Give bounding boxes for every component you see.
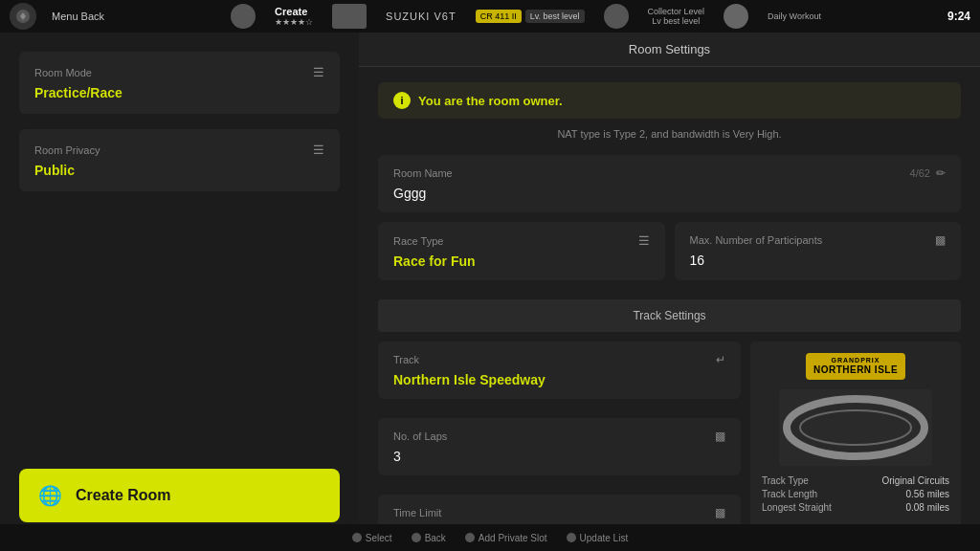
char-count-value: 4/62	[910, 167, 930, 179]
longest-straight-value: 0.08 miles	[905, 502, 949, 513]
back-dot-icon	[412, 533, 421, 542]
bottom-update-list-btn[interactable]: Update List	[567, 533, 629, 543]
max-participants-card[interactable]: Max. Number of Participants ▩ 16	[675, 222, 962, 280]
edit-icon[interactable]: ✏	[936, 166, 946, 180]
main-layout: Room Mode ☰ Practice/Race Room Privacy ☰…	[0, 33, 980, 551]
race-settings-grid: Race Type ☰ Race for Fun Max. Number of …	[378, 222, 961, 290]
update-dot-icon	[567, 533, 576, 542]
app-logo	[10, 3, 36, 30]
track-value: Northern Isle Speedway	[393, 372, 725, 387]
race-settings-section: Race Type ☰ Race for Fun Max. Number of …	[359, 222, 980, 290]
left-panel: Room Mode ☰ Practice/Race Room Privacy ☰…	[0, 33, 359, 551]
collector-avatar	[604, 4, 629, 29]
track-logo: GRANDPRIX NORTHERN ISLE	[806, 353, 905, 380]
laps-header: No. of Laps ▩	[393, 430, 725, 443]
room-privacy-menu-icon[interactable]: ☰	[313, 143, 324, 157]
nat-notice: NAT type is Type 2, and bandwidth is Ver…	[378, 128, 961, 140]
user-avatar	[231, 4, 256, 29]
bar-chart-icon[interactable]: ▩	[935, 233, 946, 247]
bottom-select-btn[interactable]: Select	[352, 533, 392, 543]
track-section: Track ↵ Northern Isle Speedway No. of La…	[359, 342, 980, 551]
owner-notice: i You are the room owner.	[378, 82, 961, 119]
time-limit-header: Time Limit ▩	[393, 506, 725, 519]
race-type-header: Race Type ☰	[393, 233, 650, 248]
bottom-bar: Select Back Add Private Slot Update List	[0, 524, 980, 551]
track-length-value: 0.56 miles	[905, 489, 949, 499]
track-logo-top: GRANDPRIX	[813, 357, 898, 364]
panel-title: Room Settings	[629, 42, 710, 56]
cr-badge: CR 411 II	[476, 10, 522, 23]
car-avatar	[332, 4, 367, 29]
clock: 9:24	[947, 10, 970, 23]
track-type-label: Track Type	[762, 475, 809, 486]
race-type-value: Race for Fun	[393, 253, 650, 269]
room-mode-menu-icon[interactable]: ☰	[313, 65, 324, 79]
info-icon: i	[393, 92, 411, 109]
bottom-add-slot-label: Add Private Slot	[479, 533, 547, 543]
track-card[interactable]: Track ↵ Northern Isle Speedway	[378, 342, 741, 399]
room-name-value: Gggg	[393, 186, 946, 201]
track-stats: Track Type Original Circuits Track Lengt…	[762, 475, 949, 516]
longest-straight-label: Longest Straight	[762, 502, 832, 513]
track-type-value: Original Circuits	[881, 475, 949, 486]
top-bar-center: Create ★★★★☆ SUZUKI V6T CR 411 II Lv. be…	[120, 4, 932, 29]
room-mode-value: Practice/Race	[34, 85, 324, 100]
race-type-menu-icon[interactable]: ☰	[638, 233, 650, 248]
track-map-svg	[779, 389, 932, 466]
room-privacy-label: Room Privacy	[34, 144, 100, 156]
room-mode-card[interactable]: Room Mode ☰ Practice/Race	[19, 52, 340, 114]
laps-bar-icon[interactable]: ▩	[715, 430, 725, 443]
panel-header: Room Settings	[359, 33, 980, 67]
create-room-label: Create Room	[76, 487, 171, 504]
user-info: Create ★★★★☆	[275, 6, 313, 27]
room-mode-header: Room Mode ☰	[34, 65, 324, 79]
level-badge: Lv. best level	[525, 10, 585, 23]
user-stars: ★★★★☆	[275, 17, 313, 27]
track-settings-section: Track Settings	[359, 299, 980, 332]
track-label: Track	[393, 354, 419, 365]
max-participants-label: Max. Number of Participants	[690, 234, 823, 246]
room-privacy-card[interactable]: Room Privacy ☰ Public	[19, 129, 340, 191]
daily-info: Daily Workout	[768, 11, 821, 21]
room-name-section: Room Name 4/62 ✏ Gggg	[359, 155, 980, 212]
collector-info: Collector Level Lv best level	[648, 7, 705, 26]
time-limit-icon[interactable]: ▩	[715, 506, 725, 519]
create-room-button[interactable]: 🌐 Create Room	[19, 469, 340, 522]
char-count: 4/62 ✏	[910, 166, 946, 180]
top-navigation-bar: Menu Back Create ★★★★☆ SUZUKI V6T CR 411…	[0, 0, 980, 33]
time-limit-label: Time Limit	[393, 507, 441, 518]
right-panel[interactable]: Room Settings i You are the room owner. …	[359, 33, 980, 551]
bottom-back-btn[interactable]: Back	[412, 533, 446, 543]
badge-group: CR 411 II Lv. best level	[476, 10, 585, 23]
room-privacy-value: Public	[34, 163, 324, 178]
track-settings-header: Track Settings	[378, 299, 961, 332]
track-type-row: Track Type Original Circuits	[762, 475, 949, 486]
daily-avatar	[724, 4, 748, 29]
enter-icon[interactable]: ↵	[716, 353, 725, 366]
race-type-label: Race Type	[393, 235, 443, 247]
max-participants-header: Max. Number of Participants ▩	[690, 233, 947, 247]
bottom-select-label: Select	[366, 533, 392, 543]
track-preview-col: GRANDPRIX NORTHERN ISLE	[750, 342, 961, 551]
menu-back-label[interactable]: Menu Back	[52, 11, 104, 22]
room-privacy-header: Room Privacy ☰	[34, 143, 324, 157]
user-name: Create	[275, 6, 313, 17]
track-row: Track ↵ Northern Isle Speedway No. of La…	[378, 342, 961, 551]
track-header: Track ↵	[393, 353, 725, 366]
track-length-label: Track Length	[762, 489, 817, 499]
bottom-add-slot-btn[interactable]: Add Private Slot	[465, 533, 547, 543]
car-name: SUZUKI V6T	[386, 11, 457, 22]
race-type-card[interactable]: Race Type ☰ Race for Fun	[378, 222, 665, 280]
bottom-back-label: Back	[425, 533, 446, 543]
laps-card[interactable]: No. of Laps ▩ 3	[378, 418, 741, 475]
room-name-card[interactable]: Room Name 4/62 ✏ Gggg	[378, 155, 961, 212]
track-logo-bottom: NORTHERN ISLE	[813, 364, 898, 376]
room-name-label: Room Name	[393, 167, 453, 179]
bottom-update-label: Update List	[580, 533, 629, 543]
track-info-col: Track ↵ Northern Isle Speedway No. of La…	[378, 342, 741, 551]
room-mode-label: Room Mode	[34, 67, 92, 78]
globe-icon: 🌐	[38, 484, 62, 507]
room-name-header: Room Name 4/62 ✏	[393, 166, 946, 180]
laps-value: 3	[393, 449, 725, 464]
top-bar-right: 9:24	[947, 10, 970, 23]
